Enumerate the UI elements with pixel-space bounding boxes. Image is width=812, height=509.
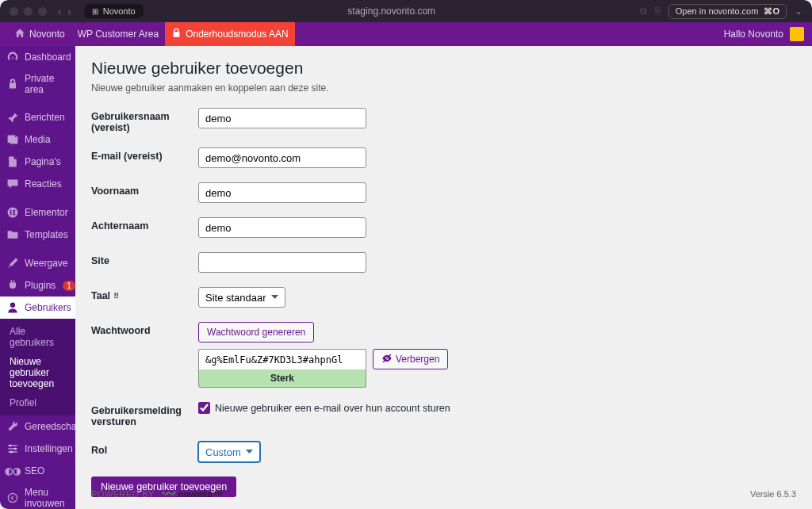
svg-point-5 — [9, 444, 11, 446]
menu-elementor[interactable]: Elementor — [0, 201, 75, 224]
svg-rect-2 — [13, 210, 15, 212]
username-input[interactable] — [198, 108, 366, 128]
firstname-label: Voornaam — [91, 182, 198, 197]
pin-icon — [6, 111, 19, 124]
nav-arrows: ‹ › — [58, 6, 71, 17]
role-select[interactable]: Customer — [198, 442, 260, 462]
menu-templates[interactable]: Templates — [0, 224, 75, 246]
site-label: Site — [91, 252, 198, 266]
svg-point-8 — [8, 493, 17, 502]
language-label: Taal ⠿ — [91, 287, 198, 301]
svg-rect-4 — [13, 214, 15, 216]
brand-logo: 〰️ novonto TM — [161, 486, 223, 501]
powered-by-label: POWERED BY — [91, 489, 155, 499]
page-description: Nieuwe gebruiker aanmaken en koppelen aa… — [91, 82, 796, 94]
folder-icon — [6, 228, 19, 241]
svg-rect-1 — [10, 210, 12, 215]
lock-icon — [6, 78, 19, 90]
menu-plugins[interactable]: Plugins 1 — [0, 274, 75, 297]
tab-pill[interactable]: ⊞ Novonto — [84, 4, 144, 18]
firstname-input[interactable] — [198, 182, 366, 203]
users-submenu: Alle gebruikers Nieuwe gebruiker toevoeg… — [0, 319, 75, 415]
avatar[interactable] — [790, 27, 804, 41]
menu-pages[interactable]: Pagina's — [0, 151, 75, 173]
site-input[interactable] — [198, 252, 366, 273]
dashboard-icon — [6, 51, 19, 63]
svg-rect-3 — [13, 212, 15, 213]
menu-appearance[interactable]: Weergave — [0, 252, 75, 274]
wrench-icon — [6, 420, 19, 433]
window-controls — [10, 7, 47, 16]
menu-seo[interactable]: ◐◑ SEO — [0, 460, 75, 482]
generate-password-button[interactable]: Wachtwoord genereren — [198, 322, 314, 343]
version-label: Versie 6.5.3 — [750, 489, 796, 499]
submenu-profile[interactable]: Profiel — [0, 393, 75, 412]
adminbar-greeting[interactable]: Hallo Novonto — [724, 29, 783, 40]
menu-tools[interactable]: Gereedschap — [0, 415, 75, 438]
comment-icon — [6, 178, 19, 190]
plugin-update-badge: 1 — [63, 281, 75, 291]
language-select[interactable]: Site standaard — [198, 287, 285, 308]
menu-comments[interactable]: Reacties — [0, 173, 75, 195]
wp-admin-bar: Novonto WP Customer Area Onderhoudsmodus… — [0, 22, 812, 46]
elementor-icon — [6, 206, 19, 219]
page-title: Nieuwe gebruiker toevoegen — [91, 59, 796, 78]
adminbar-site[interactable]: Novonto — [8, 22, 71, 46]
tab-label: Novonto — [103, 6, 136, 16]
email-label: E-mail (vereist) — [91, 147, 198, 162]
logo-icon: 〰️ — [161, 486, 177, 501]
address-bar[interactable]: staging.novonto.com — [150, 6, 634, 17]
username-label: Gebruikersnaam (vereist) — [91, 108, 198, 133]
lock-icon — [171, 28, 182, 40]
maximize-window[interactable] — [38, 7, 47, 16]
footer: POWERED BY 〰️ novonto TM Versie 6.5.3 — [91, 486, 796, 501]
menu-collapse[interactable]: Menu invouwen — [0, 482, 75, 509]
password-label: Wachtwoord — [91, 322, 198, 336]
notify-label: Gebruikersmelding versturen — [91, 402, 198, 427]
hide-password-button[interactable]: Verbergen — [373, 349, 448, 369]
forward-icon[interactable]: › — [67, 6, 71, 17]
back-icon[interactable]: ‹ — [58, 6, 61, 17]
close-window[interactable] — [10, 7, 18, 16]
link-icon[interactable]: ⎘ — [655, 6, 661, 17]
admin-sidebar: Dashboard Private area Berichten Media P… — [0, 46, 75, 509]
brush-icon — [6, 257, 19, 270]
svg-point-7 — [10, 450, 13, 453]
translate-icon: ⠿ — [113, 292, 119, 300]
home-icon — [14, 28, 25, 41]
role-label: Rol — [91, 442, 198, 456]
menu-dashboard[interactable]: Dashboard — [0, 46, 75, 68]
menu-private-area[interactable]: Private area — [0, 68, 75, 100]
user-icon — [6, 301, 19, 314]
media-icon — [6, 133, 19, 146]
plug-icon — [6, 279, 19, 292]
menu-media[interactable]: Media — [0, 128, 75, 151]
notify-checkbox[interactable] — [198, 402, 210, 414]
content-area: Nieuwe gebruiker toevoegen Nieuwe gebrui… — [75, 46, 812, 509]
eye-slash-icon — [381, 353, 393, 366]
lastname-label: Achternaam — [91, 217, 198, 232]
menu-settings[interactable]: Instellingen — [0, 438, 75, 460]
submenu-all-users[interactable]: Alle gebruikers — [0, 322, 75, 352]
pip-icon[interactable]: ⧉ — [640, 6, 647, 17]
submenu-new-user[interactable]: Nieuwe gebruiker toevoegen — [0, 352, 75, 393]
page-icon — [6, 155, 19, 168]
browser-chrome: ‹ › ⊞ Novonto staging.novonto.com ⧉ ⎘ Op… — [0, 0, 812, 22]
password-input[interactable] — [198, 349, 366, 369]
menu-users[interactable]: Gebruikers — [0, 297, 75, 319]
sliders-icon — [6, 442, 19, 455]
menu-icon[interactable]: ⌄ — [795, 6, 802, 17]
minimize-window[interactable] — [24, 7, 33, 16]
notify-text: Nieuwe gebruiker een e-mail over hun acc… — [215, 403, 450, 414]
svg-point-6 — [14, 447, 17, 450]
seo-icon: ◐◑ — [6, 465, 19, 477]
password-strength: Sterk — [198, 369, 366, 388]
shield-icon: ⊞ — [92, 7, 98, 16]
adminbar-customer-area[interactable]: WP Customer Area — [71, 22, 165, 46]
open-in-badge[interactable]: Open in novonto.com ⌘O — [668, 4, 787, 19]
email-input[interactable] — [198, 147, 366, 168]
menu-posts[interactable]: Berichten — [0, 106, 75, 128]
adminbar-maintenance[interactable]: Onderhoudsmodus AAN — [165, 22, 294, 46]
collapse-icon — [6, 492, 19, 504]
lastname-input[interactable] — [198, 217, 366, 238]
